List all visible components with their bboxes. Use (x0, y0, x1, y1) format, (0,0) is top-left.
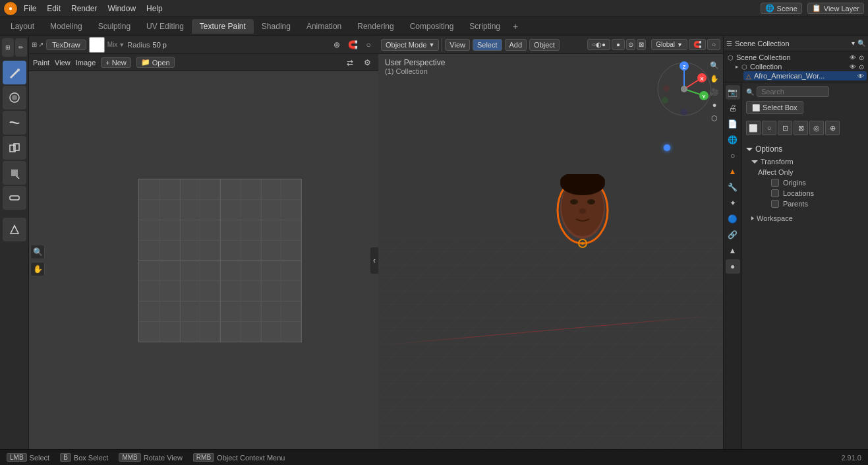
draw-tool-button[interactable] (3, 61, 26, 84)
coll-render[interactable]: ⊙ (859, 63, 864, 71)
pivot-icon[interactable]: ⊕ (330, 38, 344, 52)
viewport-shading-btn[interactable]: ● (612, 39, 625, 50)
scene-collection-item[interactable]: ⬡ Scene Collection 👁 ⊙ (725, 53, 867, 62)
properties-search-input[interactable] (757, 86, 829, 97)
uv-sync-icon[interactable]: ⇄ (343, 55, 357, 70)
add-menu-3d[interactable]: Add (505, 39, 527, 51)
open-image-button[interactable]: 📁 Open (136, 57, 175, 68)
soften-tool-button[interactable] (3, 86, 26, 109)
filter-icon[interactable]: ▾ (852, 40, 855, 47)
material-props-icon[interactable]: ● (726, 259, 740, 274)
scene-name[interactable]: Scene (777, 5, 797, 13)
navigation-gizmo[interactable]: Z Y X (654, 59, 714, 119)
tab-layout[interactable]: Layout (3, 19, 42, 34)
erase-alpha-button[interactable] (3, 186, 26, 210)
world-props-icon[interactable]: ○ (726, 148, 740, 163)
tool-icon-5[interactable]: ◎ (809, 121, 824, 135)
workspace-header[interactable]: Workspace (751, 213, 864, 224)
paint-cursor-icon[interactable]: ✏ (15, 38, 27, 57)
pan-vp[interactable]: ✋ (709, 73, 720, 84)
coll-vis[interactable]: 👁 (850, 63, 856, 71)
menu-edit[interactable]: Edit (43, 3, 65, 15)
collection-row[interactable]: ▸ ⬡ Collection 👁 ⊙ (733, 62, 867, 71)
viewport-display-btn[interactable]: ○◐● (587, 39, 610, 50)
proportional-btn[interactable]: ○ (707, 39, 720, 50)
physics-props-icon[interactable]: 🔵 (726, 212, 740, 226)
select-box-button[interactable]: ⬜ Select Box (746, 101, 803, 114)
viewport-mode-icon[interactable]: ⊞ (2, 38, 14, 57)
snapping-btn[interactable]: 🧲 (689, 39, 706, 50)
smear-tool-button[interactable] (3, 111, 26, 135)
data-props-icon[interactable]: ▲ (726, 243, 740, 258)
particles-props-icon[interactable]: ✦ (726, 196, 740, 210)
scene-coll-render[interactable]: ⊙ (859, 54, 864, 61)
clone-tool-button[interactable] (3, 136, 26, 160)
camera-vp[interactable]: 🎥 (709, 86, 720, 98)
viewlayer-props-icon[interactable]: 📄 (726, 117, 740, 131)
tool-icon-1[interactable]: ⬜ (746, 121, 761, 135)
tab-uv-editing[interactable]: UV Editing (138, 19, 192, 34)
scene-props-icon[interactable]: 🌐 (726, 133, 740, 147)
move-icon[interactable]: ✋ (30, 262, 45, 276)
tab-scripting[interactable]: Scripting (461, 19, 508, 34)
constraints-props-icon[interactable]: 🔗 (726, 228, 740, 242)
face-model[interactable] (553, 174, 612, 253)
menu-window[interactable]: Window (103, 3, 140, 15)
menu-help[interactable]: Help (142, 3, 167, 15)
uv-settings-icon[interactable]: ⚙ (360, 55, 374, 70)
origins-checkbox[interactable] (771, 179, 779, 187)
zoom-in-vp[interactable]: 🔍 (709, 59, 720, 71)
tool-icon-2[interactable]: ○ (762, 121, 776, 135)
x-ray-btn[interactable]: ⊠ (637, 39, 646, 50)
render-props-icon[interactable]: 📷 (726, 85, 740, 100)
object-menu-3d[interactable]: Object (529, 39, 560, 51)
snap-icon[interactable]: 🧲 (345, 38, 360, 52)
collapse-uv-arrow[interactable]: ‹ (370, 247, 378, 274)
tab-sculpting[interactable]: Sculpting (90, 19, 138, 34)
search-outliner-icon[interactable]: 🔍 (857, 40, 865, 47)
tab-shading[interactable]: Shading (254, 19, 299, 34)
wireframe-vp[interactable]: ⬡ (709, 112, 720, 124)
object-mode-dropdown[interactable]: Object Mode ▼ (381, 39, 439, 51)
tex-draw-btn[interactable]: TexDraw (46, 40, 86, 50)
overlays-btn[interactable]: ⊙ (626, 39, 635, 50)
add-workspace-button[interactable]: + (508, 19, 523, 34)
locations-checkbox[interactable] (771, 189, 779, 197)
menu-file[interactable]: File (20, 3, 40, 15)
view-menu-3d[interactable]: View (445, 39, 470, 51)
tool-icon-3[interactable]: ⊡ (778, 121, 792, 135)
transform-global-btn[interactable]: Global ▼ (651, 39, 687, 50)
mesh-vis[interactable]: 👁 (857, 73, 864, 80)
parents-checkbox[interactable] (771, 200, 779, 208)
paint-menu[interactable]: Paint (33, 59, 49, 67)
tab-modeling[interactable]: Modeling (42, 19, 90, 34)
viewport-3d[interactable]: Object Mode ▼ View Select Add Object ○◐●… (378, 36, 723, 449)
mesh-row[interactable]: △ Afro_American_Wor... 👁 (743, 71, 867, 80)
tab-texture-paint[interactable]: Texture Paint (192, 19, 254, 34)
transform-header[interactable]: Transform (751, 156, 864, 167)
options-header[interactable]: Options (746, 143, 864, 155)
output-props-icon[interactable]: 🖨 (726, 101, 740, 115)
brush-color-swatch[interactable] (89, 37, 105, 53)
fill-tool-button[interactable] (3, 161, 26, 185)
proportional-icon[interactable]: ○ (361, 38, 376, 52)
uv-editor-toolbar: ⊞ ↗ TexDraw Mix ▼ Radius 50 p ⊕ 🧲 ○ (29, 36, 378, 54)
new-image-button[interactable]: + New (101, 57, 130, 68)
tool-icon-4[interactable]: ⊠ (794, 121, 808, 135)
tab-compositing[interactable]: Compositing (402, 19, 462, 34)
view-layer-name[interactable]: View Layer (824, 5, 859, 13)
image-menu[interactable]: Image (76, 59, 96, 67)
view-menu[interactable]: View (55, 59, 71, 67)
select-menu-3d[interactable]: Select (473, 39, 502, 51)
scene-coll-vis[interactable]: 👁 (850, 54, 856, 61)
modifier-props-icon[interactable]: 🔧 (726, 180, 740, 195)
zoom-in-icon[interactable]: 🔍 (30, 245, 45, 259)
mask-tool-button[interactable] (3, 218, 26, 241)
object-props-icon[interactable]: ▲ (726, 164, 740, 179)
blender-logo-icon[interactable]: ● (4, 2, 17, 15)
tab-rendering[interactable]: Rendering (349, 19, 401, 34)
menu-render[interactable]: Render (67, 3, 101, 15)
render-preview-vp[interactable]: ● (709, 99, 720, 111)
tool-icon-6[interactable]: ⊕ (825, 121, 840, 135)
tab-animation[interactable]: Animation (299, 19, 349, 34)
